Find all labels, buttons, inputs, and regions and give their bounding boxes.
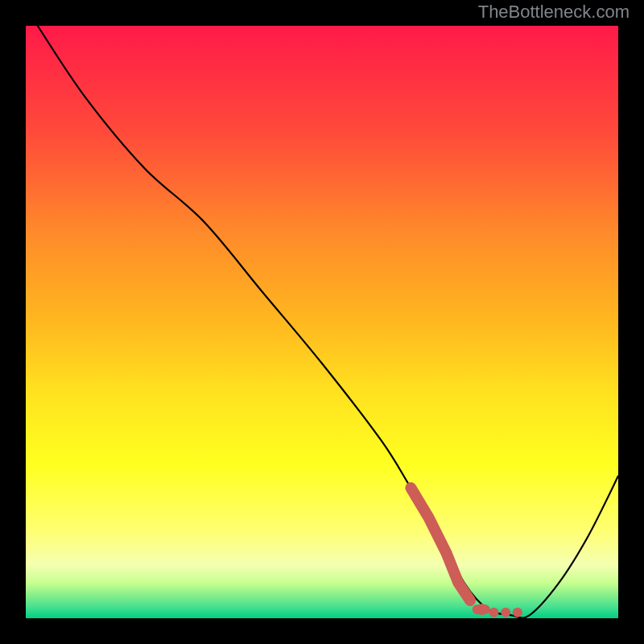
- plot-background: [26, 26, 618, 618]
- optimal-range-dot: [489, 608, 498, 617]
- optimal-range-dash: [473, 605, 490, 614]
- optimal-range-dot: [513, 608, 522, 617]
- optimal-range-dot: [501, 608, 510, 617]
- chart-svg: [0, 0, 644, 644]
- chart-container: TheBottleneck.com: [0, 0, 644, 644]
